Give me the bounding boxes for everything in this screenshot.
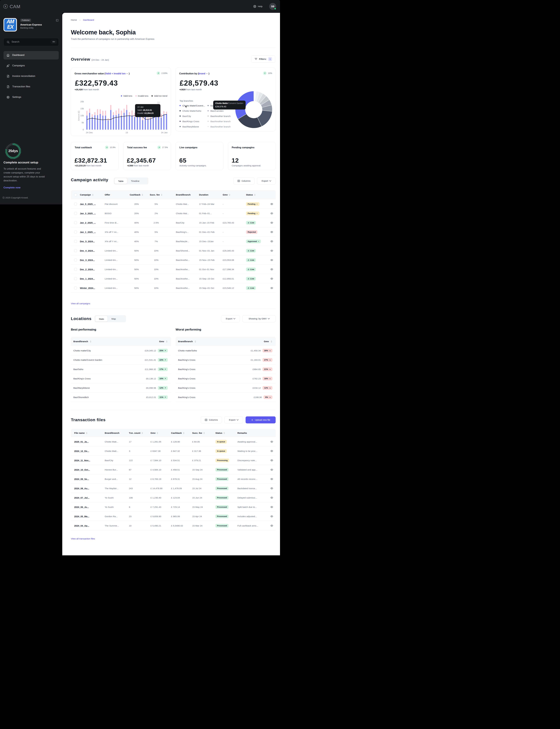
svg-text:15k: 15k: [80, 107, 84, 110]
svg-text:24 Dec: 24 Dec: [86, 131, 93, 134]
svg-text:15: 15: [126, 131, 128, 134]
svg-text:5k: 5k: [82, 121, 84, 124]
svg-text:24 Jan: 24 Jan: [161, 131, 168, 134]
svg-text:10k: 10k: [80, 114, 84, 117]
svg-text:Amount (£): Amount (£): [78, 111, 80, 121]
svg-text:20k: 20k: [80, 100, 84, 103]
svg-text:0: 0: [83, 128, 84, 131]
